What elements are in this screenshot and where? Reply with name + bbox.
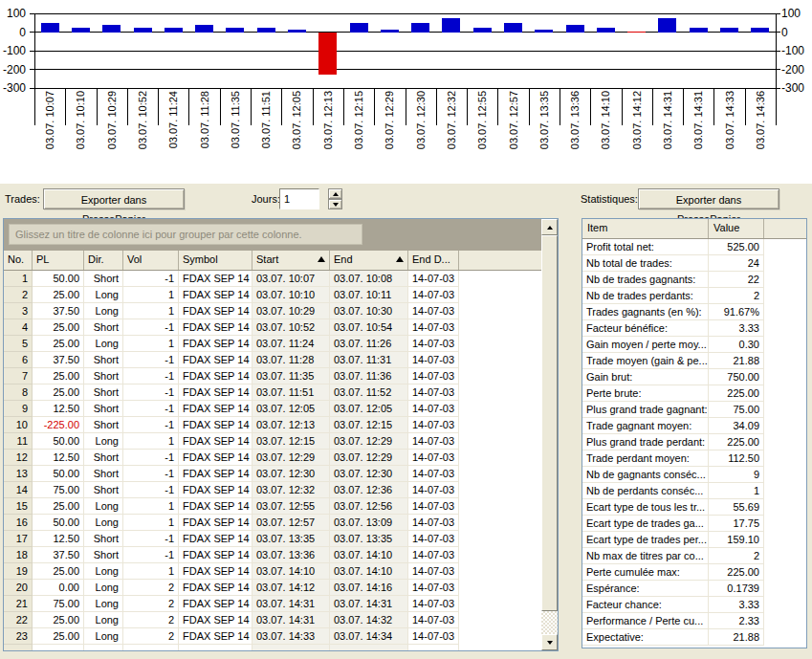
trades-cell: 50.00 — [33, 433, 84, 450]
row-filler — [459, 417, 541, 433]
stats-row[interactable]: Plus grand trade perdant:225.00 — [582, 434, 806, 450]
col-header-pl[interactable]: PL — [33, 251, 84, 270]
trades-row[interactable]: 637.50Short-1FDAX SEP 1403.07. 11:2803.0… — [4, 352, 541, 368]
trades-cell: 1 — [123, 287, 179, 303]
pl-bar — [134, 28, 152, 33]
stats-row-filler — [764, 353, 806, 369]
col-header-vol[interactable]: Vol — [123, 251, 179, 270]
trades-row[interactable]: 1650.00Long1FDAX SEP 1403.07. 12:5703.07… — [4, 515, 541, 531]
trades-row[interactable]: 1350.00Short-1FDAX SEP 1403.07. 12:3003.… — [4, 466, 541, 482]
stats-row[interactable]: Nb total de trades:24 — [582, 255, 806, 272]
trades-row[interactable]: 1837.50Short-1FDAX SEP 1403.07. 13:3603.… — [4, 547, 541, 563]
stats-row[interactable]: Trade perdant moyen:112.50 — [582, 450, 806, 467]
jours-spin-up-button[interactable] — [328, 188, 342, 199]
stats-item-cell: Gain moyen / perte moy... — [582, 337, 709, 353]
trades-row[interactable]: 1925.00Long1FDAX SEP 1403.07. 14:1003.07… — [4, 563, 541, 580]
stats-col-header-item[interactable]: Item — [582, 219, 709, 238]
trades-cell: FDAX SEP 14 — [179, 482, 252, 498]
stats-row[interactable]: Nb de gagnants conséc...9 — [582, 467, 806, 483]
col-header-end[interactable]: End — [330, 251, 408, 270]
scroll-up-button[interactable] — [541, 219, 558, 235]
scroll-down-button[interactable] — [541, 634, 558, 650]
trades-row[interactable]: 2225.00Long2FDAX SEP 1403.07. 14:3103.07… — [4, 612, 541, 628]
trades-row[interactable]: 1712.50Short-1FDAX SEP 1403.07. 13:3503.… — [4, 531, 541, 547]
stats-row[interactable]: Gain moyen / perte moy...0.30 — [582, 337, 806, 353]
trades-cell: 03.07. 12:57 — [252, 515, 330, 531]
jours-input[interactable] — [279, 188, 319, 209]
stats-row[interactable]: Facteur bénéfice:3.33 — [582, 320, 806, 337]
stats-row[interactable]: Trade moyen (gain & pe...21.88 — [582, 353, 806, 369]
trades-cell: 1 — [123, 563, 179, 580]
stats-row[interactable]: Profit total net:525.00 — [582, 239, 806, 255]
scrollbar-thumb[interactable] — [541, 235, 558, 611]
stats-row[interactable]: Nb max de titres par co...2 — [582, 548, 806, 564]
stats-row[interactable]: Trade gagnant moyen:34.09 — [582, 418, 806, 434]
trades-cell: FDAX SEP 14 — [179, 498, 252, 515]
trades-row[interactable]: 725.00Short-1FDAX SEP 1403.07. 11:3503.0… — [4, 368, 541, 384]
trades-cell: 03.07. 10:10 — [252, 287, 330, 303]
stats-row[interactable]: Plus grand trade gagnant:75.00 — [582, 402, 806, 418]
stats-row[interactable]: Performance / Perte cu...2.33 — [582, 613, 806, 629]
x-axis-label: 03.07. 12:30 — [406, 91, 436, 177]
trades-row[interactable]: 337.50Long1FDAX SEP 1403.07. 10:2903.07.… — [4, 303, 541, 319]
trades-row[interactable]: 1475.00Short-1FDAX SEP 1403.07. 12:3203.… — [4, 482, 541, 498]
stats-row[interactable]: Nb de trades perdants:2 — [582, 288, 806, 304]
stats-row[interactable]: Ecart type de trades ga...17.75 — [582, 516, 806, 532]
stats-row[interactable]: Trades gagnants (en %):91.67% — [582, 304, 806, 320]
trades-row[interactable] — [4, 645, 541, 650]
stats-col-header-value[interactable]: Value — [709, 219, 764, 238]
stats-row[interactable]: Ecart type de trades per...159.10 — [582, 532, 806, 548]
stats-export-button[interactable]: Exporter dans PressePapier — [638, 188, 779, 209]
trades-row[interactable]: 150.00Short-1FDAX SEP 1403.07. 10:0703.0… — [4, 271, 541, 287]
stats-item-cell: Nb total de trades: — [582, 255, 709, 272]
trades-row[interactable]: 10-225.00Short-1FDAX SEP 1403.07. 12:130… — [4, 417, 541, 433]
trades-row[interactable]: 200.00Long2FDAX SEP 1403.07. 14:1203.07.… — [4, 580, 541, 596]
stats-row[interactable]: Perte brute:225.00 — [582, 385, 806, 402]
stats-row[interactable]: Facteur chance:3.33 — [582, 597, 806, 613]
col-header-dir[interactable]: Dir. — [84, 251, 123, 270]
row-filler — [459, 498, 541, 515]
trades-row[interactable]: 425.00Short-1FDAX SEP 1403.07. 10:5203.0… — [4, 319, 541, 336]
x-axis-label-text: 03.07. 12:30 — [415, 91, 427, 149]
stats-row[interactable]: Nb de trades gagnants:22 — [582, 272, 806, 288]
trades-row[interactable]: 1525.00Long1FDAX SEP 1403.07. 12:5503.07… — [4, 498, 541, 515]
trades-row[interactable]: 2325.00Long2FDAX SEP 1403.07. 14:3303.07… — [4, 628, 541, 645]
trades-row[interactable]: 1212.50Short-1FDAX SEP 1403.07. 12:2903.… — [4, 450, 541, 466]
trades-cell — [408, 645, 459, 650]
stats-row[interactable]: Gain brut:750.00 — [582, 369, 806, 385]
col-header-no[interactable]: No. — [4, 251, 33, 270]
col-header-symbol[interactable]: Symbol — [179, 251, 252, 270]
stats-body: Profit total net:525.00Nb total de trade… — [582, 239, 806, 646]
jours-spin-down-button[interactable] — [328, 199, 342, 209]
stats-row[interactable]: Expectative:21.88 — [582, 629, 806, 646]
stats-row[interactable]: Perte cumulée max:225.00 — [582, 564, 806, 581]
x-axis-label-text: 03.07. 10:10 — [75, 91, 86, 149]
trades-cell: 14-07-03 — [408, 515, 459, 531]
jours-label: Jours: — [252, 188, 280, 209]
trades-cell: Short — [84, 319, 123, 336]
trades-cell: 03.07. 12:29 — [330, 450, 408, 466]
gridline — [30, 69, 780, 70]
pl-bar — [411, 23, 429, 33]
trades-cell: 18 — [4, 547, 33, 563]
stats-value-cell: 24 — [709, 255, 764, 272]
trades-row[interactable]: 2175.00Long2FDAX SEP 1403.07. 14:3103.07… — [4, 596, 541, 612]
col-header-endd[interactable]: End D... — [408, 251, 459, 270]
trades-row[interactable]: 1150.00Long1FDAX SEP 1403.07. 12:1503.07… — [4, 433, 541, 450]
trades-row[interactable]: 225.00Long1FDAX SEP 1403.07. 10:1003.07.… — [4, 287, 541, 303]
row-filler — [459, 547, 541, 563]
trades-row[interactable]: 525.00Long1FDAX SEP 1403.07. 11:2403.07.… — [4, 336, 541, 352]
trades-cell: 37.50 — [33, 547, 84, 563]
row-filler — [459, 515, 541, 531]
trades-scrollbar[interactable] — [541, 219, 558, 650]
trades-cell: -1 — [123, 417, 179, 433]
group-by-bar[interactable]: Glissez un titre de colonne ici pour gro… — [4, 219, 558, 251]
trades-export-button[interactable]: Exporter dans PressePapier — [43, 188, 185, 209]
x-axis-label: 03.07. 11:51 — [251, 91, 281, 177]
trades-row[interactable]: 825.00Short-1FDAX SEP 1403.07. 11:5103.0… — [4, 384, 541, 401]
stats-row[interactable]: Espérance:0.1739 — [582, 581, 806, 597]
stats-row[interactable]: Ecart type de tous les tr...55.69 — [582, 499, 806, 516]
trades-row[interactable]: 912.50Short-1FDAX SEP 1403.07. 12:0503.0… — [4, 401, 541, 417]
col-header-start[interactable]: Start — [252, 251, 330, 270]
stats-row[interactable]: Nb de perdants conséc...1 — [582, 483, 806, 499]
